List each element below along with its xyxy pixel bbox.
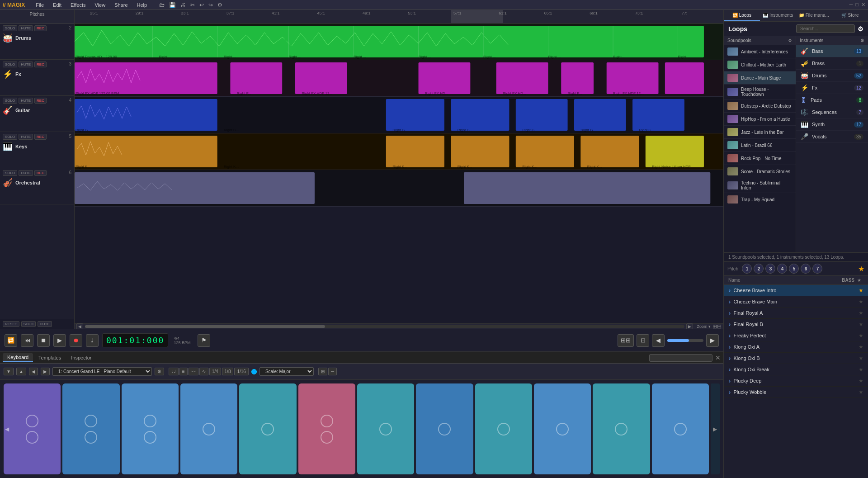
save-icon[interactable]: 💾 xyxy=(168,1,177,9)
loop-klong-oxi-break[interactable]: ♪ Klong Oxi Break ★ xyxy=(724,364,868,375)
metronome2-btn[interactable]: ⚑ xyxy=(198,334,210,347)
key-pad-4[interactable] xyxy=(180,383,237,474)
guitar-clips[interactable]: Right G... Right G... Right G... Right G… xyxy=(75,97,723,133)
redo-icon[interactable]: ↪ xyxy=(207,1,214,9)
all-hute-btn[interactable]: HUTE xyxy=(38,321,52,327)
key-pad-12[interactable] xyxy=(652,383,709,474)
loop-star-8[interactable]: ★ xyxy=(859,378,863,384)
menu-help[interactable]: Help xyxy=(135,1,149,9)
instrument-drums[interactable]: 🥁 Drums 52 xyxy=(796,70,868,82)
menu-file[interactable]: File xyxy=(34,1,46,9)
kb-ctrl2[interactable]: ≡ xyxy=(179,368,188,375)
key-pad-11[interactable] xyxy=(593,383,650,474)
loop-star-5[interactable]: ★ xyxy=(859,344,863,350)
print-icon[interactable]: 🖨 xyxy=(179,1,187,9)
drums-hute-btn[interactable]: HUTE xyxy=(19,25,33,31)
loop-star-9[interactable]: ★ xyxy=(859,389,863,395)
menu-view[interactable]: View xyxy=(93,1,107,9)
instruments-filter-icon[interactable]: ⚙ xyxy=(860,38,864,43)
drums-rec-btn[interactable]: REC xyxy=(34,25,47,31)
kb-arrow-up[interactable]: ▲ xyxy=(16,368,26,375)
pitch-btn-4[interactable]: 4 xyxy=(777,264,787,274)
instrument-vocals[interactable]: 🎤 Vocals 35 xyxy=(796,131,868,143)
drums-solo-btn[interactable]: SOLO xyxy=(3,25,17,31)
key-pad-2[interactable] xyxy=(62,383,119,474)
instrument-brass[interactable]: 🎺 Brass 1 xyxy=(796,57,868,70)
loop-plucky-wobble[interactable]: ♪ Plucky Wobble ★ xyxy=(724,387,868,398)
fx-solo-btn[interactable]: SOLO xyxy=(3,62,17,67)
soundpool-deephouse[interactable]: Deep House - Touchdown xyxy=(724,85,796,99)
menu-share[interactable]: Share xyxy=(113,1,129,9)
tab-templates[interactable]: Templates xyxy=(34,354,66,362)
orchestral-clips[interactable] xyxy=(75,170,723,206)
kb-ctrl7[interactable]: 1/16 xyxy=(234,368,248,375)
guitar-hute-btn[interactable]: HUTE xyxy=(19,98,33,104)
soundpool-chillout[interactable]: Chillout - Mother Earth xyxy=(724,58,796,71)
loop-star-1[interactable]: ★ xyxy=(859,298,863,305)
soundpool-dance[interactable]: Dance - Main Stage xyxy=(724,71,796,85)
loop-star-4[interactable]: ★ xyxy=(859,332,863,339)
scroll-track[interactable] xyxy=(85,325,684,328)
soundpool-score[interactable]: Score - Dramatic Stories xyxy=(724,165,796,178)
loop-final-royal-b[interactable]: ♪ Final Royal B ★ xyxy=(724,319,868,330)
keys-hute-btn[interactable]: HUTE xyxy=(19,134,33,140)
zoom-out-btn[interactable]: ⊟ xyxy=(717,323,722,329)
kb-ctrl1[interactable]: ♩♩ xyxy=(169,368,179,375)
instrument-fx[interactable]: ⚡ Fx 12 xyxy=(796,82,868,94)
loop-cheeze-main[interactable]: ♪ Cheeze Brave Main ★ xyxy=(724,296,868,308)
guitar-solo-btn[interactable]: SOLO xyxy=(3,98,17,104)
instrument-pads[interactable]: 🎛 Pads 8 xyxy=(796,94,868,106)
menu-effects[interactable]: Effects xyxy=(69,1,87,9)
kb-ctrl5[interactable]: 1/4 xyxy=(209,368,221,375)
orch-hute-btn[interactable]: HUTE xyxy=(19,170,33,176)
loop-klong-oxi-a[interactable]: ♪ Klong Oxi A ★ xyxy=(724,341,868,353)
soundpool-jazz[interactable]: Jazz - Late in the Bar xyxy=(724,126,796,139)
kb-prev-btn[interactable]: ◀ xyxy=(29,368,38,375)
right-tab-store[interactable]: 🛒 Store xyxy=(832,10,868,21)
undo-icon[interactable]: ↩ xyxy=(198,1,205,9)
key-pad-8[interactable] xyxy=(416,383,473,474)
keys-clips[interactable]: Right K... Right K... Right K... Right K… xyxy=(75,133,723,170)
key-pad-7[interactable] xyxy=(357,383,414,474)
zoom-in-btn[interactable]: ⊞ xyxy=(712,323,717,329)
fx-rec-btn[interactable]: REC xyxy=(34,62,47,67)
volume-slider[interactable] xyxy=(667,339,703,342)
loop-klong-oxi-b[interactable]: ♪ Klong Oxi B ★ xyxy=(724,353,868,364)
settings-icon[interactable]: ⚙ xyxy=(216,1,224,9)
pitch-btn-7[interactable]: 7 xyxy=(812,264,822,274)
right-tab-filemanager[interactable]: 📁 File mana... xyxy=(796,10,832,21)
window-minimize[interactable]: ─ xyxy=(849,2,853,8)
loops-search-input[interactable] xyxy=(796,24,855,33)
kb-ctrl3[interactable]: 〰 xyxy=(189,368,198,375)
loop-freaky-perfect[interactable]: ♪ Freaky Perfect ★ xyxy=(724,330,868,341)
instrument-synth[interactable]: 🎹 Synth 17 xyxy=(796,118,868,131)
kb-rctrl1[interactable]: ⊞ xyxy=(318,368,327,375)
stop-btn[interactable]: ⏹ xyxy=(37,334,50,347)
soundpool-techno[interactable]: Techno - Subliminal Infern xyxy=(724,178,796,193)
loop-final-royal-a[interactable]: ♪ Final Royal A ★ xyxy=(724,308,868,319)
kb-scale-select[interactable]: Scale: Major xyxy=(259,367,314,376)
vol-next-btn[interactable]: ▶ xyxy=(706,334,719,347)
reset-btn[interactable]: RESET xyxy=(3,321,19,327)
key-pad-1[interactable]: ◀ xyxy=(4,383,61,474)
rewind-btn[interactable]: ⏮ xyxy=(21,334,33,347)
loop-star-7[interactable]: ★ xyxy=(859,366,863,373)
vol-prev-btn[interactable]: ◀ xyxy=(652,334,665,347)
keyboard-search[interactable] xyxy=(649,354,712,362)
key-pad-3[interactable] xyxy=(122,383,179,474)
key-pad-10[interactable] xyxy=(534,383,591,474)
kb-settings-btn[interactable]: ⚙ xyxy=(155,368,164,375)
key-pad-5[interactable] xyxy=(239,383,296,474)
kb-rctrl2[interactable]: ─ xyxy=(328,368,337,375)
tab-keyboard[interactable]: Keyboard xyxy=(3,353,33,362)
keyboard-close-btn[interactable]: ✕ xyxy=(715,354,721,361)
soundpool-ambient[interactable]: Ambient - Interferences xyxy=(724,45,796,58)
new-icon[interactable]: 🗁 xyxy=(158,1,166,9)
loop-plucky-deep[interactable]: ♪ Plucky Deep ★ xyxy=(724,375,868,387)
soundpool-hiphop[interactable]: HipHop - I'm on a Hustle xyxy=(724,113,796,126)
record-btn[interactable]: ⏺ xyxy=(70,334,82,347)
window-close[interactable]: ✕ xyxy=(861,2,865,8)
guitar-rec-btn[interactable]: REC xyxy=(34,98,47,104)
orch-rec-btn[interactable]: REC xyxy=(34,170,47,176)
all-solo-btn[interactable]: SOLO xyxy=(21,321,36,327)
